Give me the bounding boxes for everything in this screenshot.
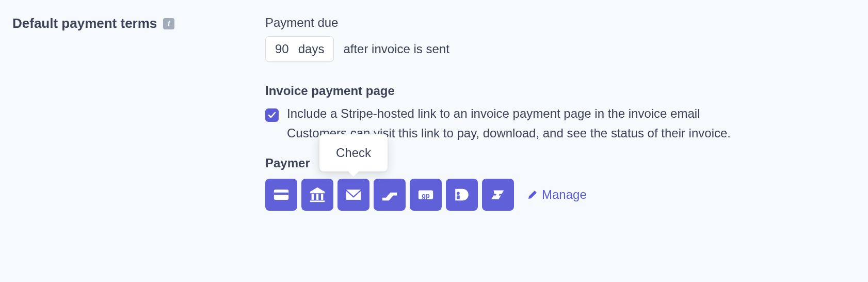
payment-method-card[interactable] — [265, 179, 297, 211]
payment-method-bancontact[interactable] — [374, 179, 406, 211]
payment-method-ideal[interactable] — [446, 179, 478, 211]
payment-method-check[interactable] — [337, 179, 369, 211]
payment-due-group: Payment due 90 days after invoice is sen… — [265, 15, 856, 62]
svg-rect-1 — [274, 193, 288, 195]
check-icon — [268, 111, 276, 119]
payment-due-unit: days — [298, 42, 325, 56]
payment-method-sofort[interactable] — [482, 179, 514, 211]
invoice-page-group: Invoice payment page Include a Stripe-ho… — [265, 84, 856, 211]
svg-rect-9 — [457, 195, 460, 199]
payment-method-bank[interactable] — [301, 179, 333, 211]
svg-rect-2 — [312, 194, 314, 200]
manage-label: Manage — [542, 187, 587, 202]
envelope-icon — [345, 186, 362, 203]
payment-due-label: Payment due — [265, 15, 856, 30]
giropay-icon: gp — [417, 186, 435, 203]
payment-due-suffix: after invoice is sent — [343, 42, 449, 56]
include-link-label: Include a Stripe-hosted link to an invoi… — [287, 106, 700, 121]
tooltip-text: Check — [336, 146, 371, 160]
check-tooltip: Check — [319, 134, 388, 171]
section-title: Default payment terms i — [12, 15, 265, 32]
payment-due-input[interactable]: 90 days — [265, 36, 334, 62]
svg-point-8 — [457, 192, 460, 195]
svg-rect-5 — [310, 200, 325, 202]
svg-rect-3 — [316, 194, 318, 200]
sofort-icon — [489, 186, 507, 203]
info-icon[interactable]: i — [163, 18, 174, 29]
payment-due-value: 90 — [275, 42, 289, 56]
section-title-text: Default payment terms — [12, 15, 157, 32]
include-link-checkbox[interactable] — [265, 108, 279, 122]
pencil-icon — [527, 190, 538, 200]
bank-icon — [309, 186, 326, 203]
svg-text:gp: gp — [422, 192, 430, 199]
card-icon — [272, 186, 290, 203]
svg-rect-4 — [321, 194, 323, 200]
manage-button[interactable]: Manage — [527, 187, 587, 202]
payment-method-giropay[interactable]: gp — [410, 179, 442, 211]
payment-methods-row: Check — [265, 179, 856, 211]
invoice-page-heading: Invoice payment page — [265, 84, 856, 98]
ideal-icon — [453, 186, 471, 203]
bancontact-icon — [381, 186, 398, 203]
